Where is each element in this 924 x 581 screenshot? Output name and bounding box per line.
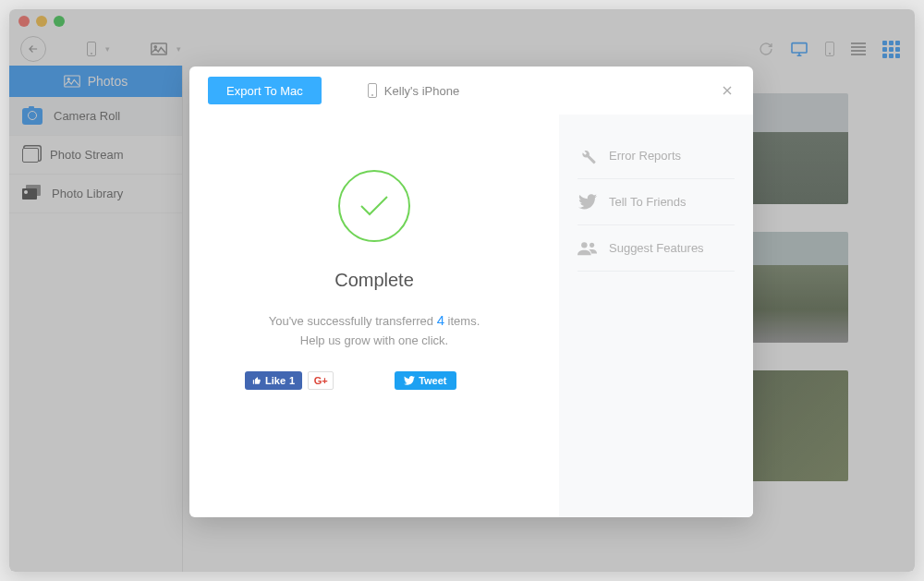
modal-body: Complete You've successfully transferred…	[189, 115, 753, 517]
tweet-button[interactable]: Tweet	[395, 371, 456, 390]
twitter-bird-icon	[578, 192, 598, 212]
app-window: ▾ ▾ Photos Camera	[9, 9, 915, 572]
device-name-label: Kelly's iPhone	[384, 84, 459, 98]
export-to-mac-button[interactable]: Export To Mac	[208, 77, 322, 104]
option-tell-friends[interactable]: Tell To Friends	[578, 179, 735, 225]
social-share-row: Like 1 G+ Tweet	[189, 371, 559, 390]
device-indicator: Kelly's iPhone	[368, 83, 459, 98]
option-suggest-features[interactable]: Suggest Features	[578, 225, 735, 272]
modal-right-panel: Error Reports Tell To Friends Suggest Fe…	[559, 115, 753, 517]
google-plus-button[interactable]: G+	[308, 371, 334, 390]
export-complete-modal: Export To Mac Kelly's iPhone Complete Yo…	[189, 67, 753, 517]
option-label: Tell To Friends	[609, 195, 687, 209]
complete-message: You've successfully transferred 4 items.…	[269, 309, 480, 351]
people-icon	[578, 238, 598, 259]
option-label: Suggest Features	[609, 241, 704, 255]
complete-title: Complete	[334, 270, 414, 291]
svg-point-5	[581, 242, 587, 248]
phone-icon	[368, 83, 377, 98]
transferred-count: 4	[437, 312, 444, 328]
option-label: Error Reports	[609, 149, 681, 163]
modal-close-button[interactable]	[718, 81, 736, 100]
success-check-icon	[338, 170, 410, 242]
modal-header: Export To Mac Kelly's iPhone	[189, 67, 753, 115]
modal-left-panel: Complete You've successfully transferred…	[189, 115, 559, 517]
svg-point-6	[590, 242, 594, 247]
wrench-icon	[578, 146, 598, 166]
option-error-reports[interactable]: Error Reports	[578, 133, 735, 179]
facebook-like-button[interactable]: Like 1	[245, 371, 302, 390]
